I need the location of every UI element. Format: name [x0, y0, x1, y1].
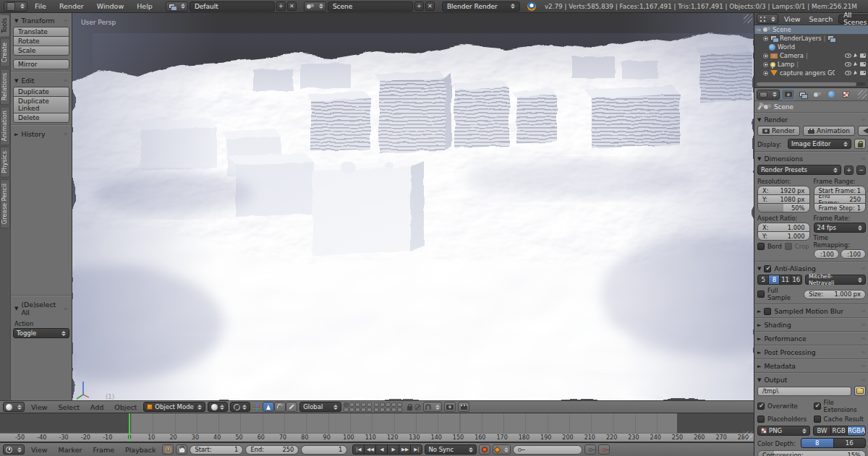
area-corner-grip[interactable] [858, 90, 867, 99]
antialiasing-checkbox[interactable] [764, 265, 771, 272]
depth-16-button[interactable]: 16 [833, 438, 867, 448]
outliner-hscrollbar[interactable] [757, 82, 865, 86]
screen-layout-name-field[interactable]: Default [190, 1, 275, 12]
motion-blur-panel-header[interactable]: ► Sampled Motion Blur [757, 305, 866, 317]
render-panel-header[interactable]: ▼ Render [757, 113, 866, 126]
scale-button[interactable]: Scale [13, 46, 69, 56]
3d-viewport[interactable]: User Persp (1) [72, 13, 754, 400]
output-path-field[interactable]: /tmp\ [757, 387, 851, 396]
selectability-cursor-icon[interactable] [854, 70, 858, 75]
mirror-button[interactable]: Mirror [13, 59, 69, 69]
scene-icon-button[interactable] [304, 1, 326, 12]
render-presets-select[interactable]: Render Presets [757, 165, 841, 175]
outliner-row-scene[interactable]: Scene [754, 25, 868, 34]
expand-icon[interactable] [763, 71, 768, 76]
menu-help[interactable]: Help [131, 2, 158, 10]
layer-cell[interactable] [361, 408, 366, 412]
outliner-row-renderlayers[interactable]: RenderLayers | [754, 34, 868, 43]
delete-keyframe-button[interactable] [598, 444, 610, 455]
layer-cell[interactable] [361, 403, 366, 407]
rotate-button[interactable]: Rotate [13, 36, 69, 46]
manipulator-rotate-button[interactable] [274, 402, 286, 412]
menu-frame[interactable]: Frame [88, 446, 119, 454]
motion-blur-checkbox[interactable] [764, 308, 771, 315]
duplicate-button[interactable]: Duplicate [13, 87, 69, 97]
aa-size-field[interactable]: Size:1.000 px [804, 290, 866, 299]
next-keyframe-button[interactable]: ▶▶ [399, 444, 411, 455]
tab-relations[interactable]: Relations [0, 69, 10, 105]
close-scene-button[interactable]: ✕ [425, 1, 435, 11]
layer-cell[interactable] [355, 408, 360, 412]
aspect-y-field[interactable]: Y:1.000 [757, 231, 810, 241]
layer-cell[interactable] [367, 408, 372, 412]
render-still-button[interactable]: Render [757, 126, 800, 136]
channels-rgba-button[interactable]: RGBA [847, 426, 866, 436]
play-button[interactable]: ▶ [387, 444, 399, 455]
timeline[interactable]: -50-40-30-20-100102030405060708090100110… [0, 413, 754, 442]
tab-create[interactable]: Create [0, 38, 10, 67]
layer-cell[interactable] [391, 408, 396, 412]
frame-step-field[interactable]: Frame Step:1 [814, 203, 867, 212]
shading-panel-header[interactable]: ► Shading [757, 319, 866, 331]
layer-cell[interactable] [367, 403, 372, 407]
cache-result-checkbox[interactable]: Cache Result [814, 416, 867, 423]
collapse-icon[interactable] [756, 27, 761, 33]
add-layout-button[interactable]: + [276, 1, 286, 11]
timeline-playhead[interactable] [129, 413, 130, 442]
overwrite-checkbox[interactable]: Overwrite [757, 399, 810, 413]
duplicate-linked-button[interactable]: Duplicate Linked [13, 96, 69, 113]
menu-window[interactable]: Window [91, 2, 129, 10]
layer-cell[interactable] [380, 403, 385, 407]
compression-slider[interactable]: Compression: 15% [757, 450, 866, 456]
file-format-select[interactable]: PNG [757, 426, 810, 436]
insert-keyframe-button[interactable] [584, 444, 596, 455]
current-frame-field[interactable]: 1 [301, 445, 347, 455]
translate-button[interactable]: Translate [13, 27, 69, 37]
aa-samples-5-button[interactable]: 5 [757, 275, 769, 285]
menu-view[interactable]: View [27, 403, 52, 411]
layer-cell[interactable] [386, 408, 391, 412]
expand-icon[interactable] [763, 62, 768, 67]
aa-samples-8-button[interactable]: 8 [768, 275, 780, 285]
outliner-row-lamp[interactable]: Lamp | [754, 60, 868, 69]
layer-cell[interactable] [355, 403, 360, 407]
browse-folder-button[interactable] [854, 386, 866, 396]
renderability-icon[interactable] [860, 53, 866, 58]
keying-set-dropdown-button[interactable] [493, 444, 511, 455]
pivot-center-select[interactable] [230, 402, 250, 412]
snap-magnet-button[interactable] [423, 402, 442, 412]
selectability-cursor-icon[interactable] [854, 53, 858, 58]
menu-view[interactable]: View [781, 15, 804, 23]
proportional-edit-icon[interactable] [414, 404, 421, 410]
layer-cell[interactable] [386, 403, 391, 407]
transform-panel-header[interactable]: ▼ Transform [13, 14, 69, 27]
menu-render[interactable]: Render [54, 2, 90, 10]
menu-playback[interactable]: Playback [121, 446, 160, 454]
display-select[interactable]: Image Editor [788, 139, 851, 149]
transform-orientation-select[interactable]: Global [299, 402, 341, 412]
menu-search[interactable]: Search [807, 15, 836, 23]
end-frame-field[interactable]: End: 250 [245, 445, 299, 455]
remove-preset-button[interactable]: − [856, 165, 866, 175]
editor-type-properties-button[interactable] [757, 90, 780, 100]
border-checkbox[interactable]: Bord [757, 243, 782, 250]
layer-cell[interactable] [380, 408, 385, 412]
preview-range-button[interactable] [162, 444, 174, 455]
tab-grease-pencil[interactable]: Grease Pencil [0, 179, 10, 228]
dimensions-panel-header[interactable]: ▼ Dimensions [757, 152, 866, 165]
depth-8-button[interactable]: 8 [801, 438, 834, 448]
expand-icon[interactable] [763, 36, 768, 41]
active-keying-set-field[interactable] [513, 445, 582, 455]
menu-marker[interactable]: Marker [54, 446, 87, 454]
renderability-icon[interactable] [860, 62, 866, 66]
crop-checkbox[interactable]: Crop [785, 243, 809, 250]
outliner-display-mode-select[interactable]: All Scenes [838, 14, 868, 24]
tab-world-properties[interactable] [825, 90, 838, 100]
layer-cell[interactable] [374, 408, 379, 412]
lock-icon[interactable] [407, 406, 412, 410]
editor-type-timeline-button[interactable] [3, 444, 25, 455]
aa-samples-11-button[interactable]: 11 [779, 275, 791, 285]
lock-interface-button[interactable] [854, 139, 866, 149]
start-frame-field[interactable]: Start: 1 [190, 445, 243, 455]
tab-render-layers[interactable] [796, 90, 809, 100]
